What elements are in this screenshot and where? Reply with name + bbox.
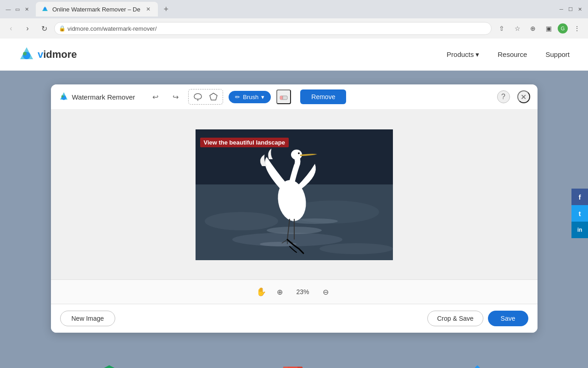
share-icon[interactable]: ⇧	[495, 22, 508, 35]
main-nav: Products ▾ Resource Support	[447, 50, 570, 59]
address-bar: ‹ › ↻ 🔒 ⇧ ☆ ⊕ ▣ G ⋮	[0, 18, 588, 39]
svg-marker-33	[279, 367, 288, 368]
bottom-icons-section	[0, 356, 588, 368]
shield-icon	[95, 363, 123, 368]
twitter-share-button[interactable]: t	[571, 205, 588, 222]
logo-text: vidmore	[38, 49, 77, 61]
app-logo-icon	[58, 91, 69, 102]
reload-button[interactable]: ↻	[38, 22, 50, 35]
eraser-icon	[279, 92, 288, 101]
app-title: Watermark Remover	[72, 93, 135, 101]
facebook-share-button[interactable]: f	[571, 189, 588, 205]
footer-right-actions: Crop & Save Save	[427, 311, 528, 326]
website-header: vidmore Products ▾ Resource Support	[0, 39, 588, 71]
tab-close-button[interactable]: ✕	[144, 5, 152, 13]
back-button[interactable]: ‹	[5, 22, 17, 35]
tab-title: Online Watermark Remover – De	[52, 6, 140, 13]
url-bar-wrapper: 🔒	[54, 22, 492, 35]
facebook-icon: f	[579, 193, 581, 201]
app-logo-area: Watermark Remover	[58, 91, 135, 102]
image-container: View the beautiful landscape	[196, 129, 393, 260]
crop-save-button[interactable]: Crop & Save	[427, 311, 483, 326]
rocket-icon	[463, 363, 493, 368]
nav-products[interactable]: Products ▾	[447, 50, 479, 59]
zoom-out-button[interactable]: ⊖	[319, 285, 332, 298]
zoom-in-button[interactable]: ⊕	[274, 285, 286, 298]
extensions-icon[interactable]: ⊕	[526, 22, 539, 35]
app-toolbar: Watermark Remover ↩ ↪ ✏	[51, 84, 538, 110]
bottom-controls: ✋ ⊕ 23% ⊖	[51, 279, 538, 304]
new-image-button[interactable]: New Image	[60, 311, 116, 326]
watermark-text: View the beautiful landscape	[200, 138, 289, 147]
close-btn[interactable]: ✕	[576, 6, 583, 13]
close-window-button[interactable]: ✕	[23, 6, 30, 13]
main-image[interactable]: View the beautiful landscape	[196, 129, 393, 260]
redo-button[interactable]: ↪	[168, 89, 183, 104]
social-sidebar: f t in	[571, 189, 588, 238]
active-tab[interactable]: Online Watermark Remover – De ✕	[36, 2, 158, 17]
brush-chevron-icon: ▾	[261, 94, 264, 100]
twitter-icon: t	[579, 210, 581, 217]
title-bar: — ▭ ✕ Online Watermark Remover – De ✕ + …	[0, 0, 588, 18]
shield-icon-item	[95, 363, 123, 368]
footer-bar: New Image Crop & Save Save	[51, 304, 538, 333]
nav-resource[interactable]: Resource	[498, 50, 527, 58]
diamond-icon	[277, 364, 309, 368]
forward-button[interactable]: ›	[21, 22, 34, 35]
svg-point-13	[205, 212, 278, 230]
menu-icon[interactable]: ⋮	[571, 22, 583, 35]
save-button[interactable]: Save	[488, 311, 528, 326]
url-input[interactable]	[54, 22, 492, 35]
rocket-icon-item	[463, 363, 493, 368]
svg-point-16	[319, 243, 393, 254]
image-svg	[196, 129, 393, 260]
profile-icon[interactable]: G	[558, 23, 568, 33]
remove-button[interactable]: Remove	[300, 89, 346, 104]
watermark-remover-panel: Watermark Remover ↩ ↪ ✏	[51, 84, 538, 333]
bookmark-icon[interactable]: ☆	[511, 22, 524, 35]
linkedin-share-button[interactable]: in	[571, 222, 588, 238]
diamond-icon-item	[277, 364, 309, 368]
svg-point-24	[298, 153, 299, 154]
svg-point-0	[44, 7, 46, 10]
page-content: Watermark Remover ↩ ↪ ✏	[0, 71, 588, 356]
svg-point-3	[23, 52, 27, 56]
zoom-percentage: 23%	[294, 288, 312, 296]
polygon-icon	[209, 92, 218, 101]
maximize-button[interactable]: ▭	[14, 6, 21, 13]
minimize-btn[interactable]: ─	[558, 6, 565, 13]
brush-icon: ✏	[235, 94, 240, 100]
lasso-tool-button[interactable]	[191, 90, 204, 103]
browser-toolbar: ⇧ ☆ ⊕ ▣ G ⋮	[495, 22, 583, 35]
svg-point-6	[61, 95, 63, 98]
lasso-icon	[193, 92, 202, 101]
eraser-button[interactable]	[276, 89, 291, 104]
undo-button[interactable]: ↩	[148, 89, 162, 104]
nav-support[interactable]: Support	[545, 50, 570, 58]
restore-btn[interactable]: ☐	[567, 6, 574, 13]
selection-tools	[188, 89, 223, 105]
browser-chrome: — ▭ ✕ Online Watermark Remover – De ✕ + …	[0, 0, 588, 39]
minimize-button[interactable]: —	[5, 6, 12, 13]
window-controls: — ▭ ✕	[5, 6, 30, 13]
help-button[interactable]: ?	[497, 90, 510, 103]
close-panel-button[interactable]: ✕	[517, 90, 530, 103]
sidebar-icon[interactable]: ▣	[542, 22, 555, 35]
products-chevron-icon: ▾	[476, 50, 479, 59]
brush-button[interactable]: ✏ Brush ▾	[229, 91, 271, 103]
canvas-area: View the beautiful landscape	[51, 110, 538, 279]
polygon-tool-button[interactable]	[207, 90, 220, 103]
svg-marker-34	[297, 367, 307, 368]
logo-icon	[18, 46, 35, 63]
new-tab-button[interactable]: +	[160, 3, 173, 16]
svg-rect-9	[280, 96, 283, 100]
tab-favicon	[41, 6, 49, 13]
linkedin-icon: in	[577, 227, 582, 233]
lock-icon: 🔒	[59, 25, 66, 32]
logo: vidmore	[18, 46, 77, 63]
hand-tool-icon[interactable]: ✋	[256, 287, 266, 297]
